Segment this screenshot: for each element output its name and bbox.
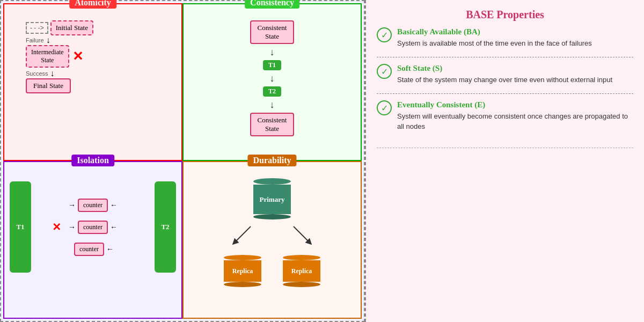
primary-cyl-top bbox=[253, 178, 291, 185]
left-panel: Atomicity - - -> Initial State Failure ↓… bbox=[0, 0, 365, 322]
counter-box-2: counter bbox=[78, 221, 108, 234]
consistent-state-1: ConsistentState bbox=[250, 20, 295, 44]
divider-3 bbox=[377, 148, 633, 148]
base-title: BASE Properties bbox=[377, 9, 633, 21]
divider-2 bbox=[377, 93, 633, 94]
ba-title: Basically Available (BA) bbox=[397, 27, 592, 36]
atomicity-header: Atomicity bbox=[69, 0, 116, 9]
t2-badge: T2 bbox=[263, 86, 281, 97]
intermediate-state-box: IntermediateState bbox=[26, 45, 69, 68]
svg-line-1 bbox=[294, 226, 310, 243]
consistent-state-2: ConsistentState bbox=[250, 113, 295, 136]
replica1-cyl-top bbox=[224, 255, 261, 260]
consistency-section: Consistency ConsistentState ↓ T1 ↓ T2 ↓ … bbox=[182, 3, 362, 161]
e-title: Eventually Consistent (E) bbox=[397, 100, 633, 109]
consistency-diagram: ConsistentState ↓ T1 ↓ T2 ↓ ConsistentSt… bbox=[189, 10, 355, 136]
divider-1 bbox=[377, 57, 633, 57]
down-arrow-3: ↓ bbox=[270, 100, 275, 109]
durability-diagram: Primary bbox=[189, 167, 355, 287]
primary-cylinder: Primary bbox=[253, 178, 291, 219]
ba-content: Basically Available (BA) System is avail… bbox=[397, 27, 592, 48]
t1-bar: T1 bbox=[10, 181, 31, 273]
down-arrow-1: ↓ bbox=[270, 47, 275, 57]
x-mark: ✕ bbox=[72, 49, 83, 64]
base-item-e: ✓ Eventually Consistent (E) System will … bbox=[377, 100, 633, 131]
durability-section: Durability Primary bbox=[182, 161, 362, 319]
isolation-diagram: T1 → counter ← → counter ← ✕ bbox=[10, 167, 176, 275]
isolation-header: Isolation bbox=[71, 155, 114, 166]
replica2-cyl-body: Replica bbox=[283, 260, 320, 282]
s-content: Soft State (S) State of the system may c… bbox=[397, 64, 612, 85]
atomicity-section: Atomicity - - -> Initial State Failure ↓… bbox=[3, 3, 182, 161]
success-label: Success bbox=[26, 70, 48, 77]
t1-badge: T1 bbox=[263, 60, 281, 70]
down-arrow-2: ↓ bbox=[270, 74, 275, 83]
e-check-icon: ✓ bbox=[377, 100, 392, 115]
counter-box-3: counter bbox=[74, 243, 104, 256]
s-title: Soft State (S) bbox=[397, 64, 612, 73]
replica1-cyl-body: Replica bbox=[224, 260, 261, 282]
s-desc: State of the system may change over time… bbox=[397, 75, 612, 85]
s-check-icon: ✓ bbox=[377, 64, 392, 79]
replica-cylinder-1: Replica bbox=[224, 255, 261, 287]
replicas-row: Replica Replica bbox=[224, 255, 320, 287]
t2-bar: T2 bbox=[155, 181, 176, 273]
base-item-ba: ✓ Basically Available (BA) System is ava… bbox=[377, 27, 633, 48]
replica2-cyl-bottom bbox=[283, 282, 320, 287]
base-item-s: ✓ Soft State (S) State of the system may… bbox=[377, 64, 633, 85]
isolation-section: Isolation T1 → counter ← → counter bbox=[3, 161, 182, 319]
right-panel: BASE Properties ✓ Basically Available (B… bbox=[365, 0, 644, 322]
atomicity-diagram: - - -> Initial State Failure ↓ Intermedi… bbox=[10, 10, 176, 93]
primary-cyl-bottom bbox=[253, 214, 291, 219]
failure-label: Failure bbox=[26, 37, 44, 43]
initial-state-box: Initial State bbox=[50, 20, 93, 35]
e-content: Eventually Consistent (E) System will ev… bbox=[397, 100, 633, 131]
primary-cyl-body: Primary bbox=[253, 185, 291, 214]
e-desc: System will eventually become consistent… bbox=[397, 112, 633, 131]
durability-arrows-container bbox=[218, 224, 326, 245]
durability-header: Durability bbox=[247, 155, 296, 166]
final-state-box: Final State bbox=[26, 78, 71, 93]
consistency-header: Consistency bbox=[245, 0, 299, 9]
isolation-center: → counter ← → counter ← ✕ bbox=[68, 199, 118, 256]
replica2-cyl-top bbox=[283, 255, 320, 260]
ba-check-icon: ✓ bbox=[377, 27, 392, 42]
ba-desc: System is available most of the time eve… bbox=[397, 39, 592, 48]
counter-box-1: counter bbox=[78, 199, 108, 212]
replica-cylinder-2: Replica bbox=[283, 255, 320, 287]
replica1-cyl-bottom bbox=[224, 282, 261, 287]
durability-arrows-svg bbox=[218, 224, 326, 245]
svg-line-0 bbox=[235, 226, 251, 243]
